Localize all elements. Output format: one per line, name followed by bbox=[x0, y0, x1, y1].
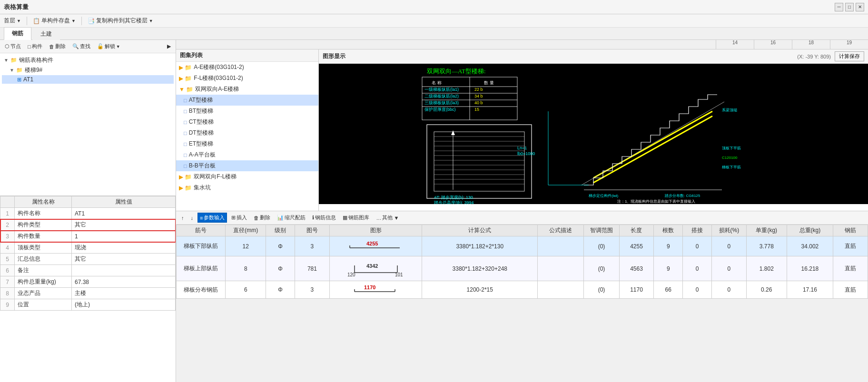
col-header-total-weight: 总重(kg) bbox=[787, 225, 833, 236]
atlas-tree-item[interactable]: □BT型楼梯 bbox=[176, 106, 318, 117]
delete-rebar-button[interactable]: 🗑 删除 bbox=[251, 213, 273, 223]
more-button[interactable]: ▶ bbox=[165, 42, 173, 50]
col-header-diameter: 直径(mm) bbox=[226, 225, 266, 236]
rebar-chart-button[interactable]: ▦ 钢筋图库 bbox=[340, 213, 372, 223]
tree-item-staircase[interactable]: ▼ 📁 楼梯9# bbox=[2, 65, 174, 75]
props-row-value[interactable]: 其它 bbox=[72, 219, 176, 231]
rebar-info-button[interactable]: ℹ 钢筋信息 bbox=[310, 213, 338, 223]
atlas-tree-item[interactable]: □DT型楼梯 bbox=[176, 127, 318, 138]
tree-panel: ▼ 📁 钢筋表格构件 ▼ 📁 楼梯9# ⊞ AT1 bbox=[0, 53, 176, 196]
floor-label: 首层 bbox=[4, 17, 15, 25]
rebar-grade: Φ bbox=[266, 256, 295, 281]
svg-text:顶板下平筋: 顶板下平筋 bbox=[722, 146, 741, 150]
props-row-value[interactable]: 1 bbox=[72, 231, 176, 242]
ruler-bar: 14 16 18 19 bbox=[176, 40, 868, 49]
find-button[interactable]: 🔍 查找 bbox=[70, 42, 92, 51]
tree-item-AT1[interactable]: ⊞ AT1 bbox=[2, 75, 174, 84]
atlas-item-label: F-L楼梯(03G101-2) bbox=[194, 74, 243, 82]
atlas-item-label: 双网双向F-L楼梯 bbox=[194, 173, 237, 181]
svg-text:踏步总高度(th): 3994: 踏步总高度(th): 3994 bbox=[434, 200, 474, 204]
rebar-筋号[interactable]: 梯板下部纵筋 bbox=[177, 236, 226, 256]
rebar-table-row: 梯板上部纵筋 8 Φ 781 120 4342 101 3380*1.182+3… bbox=[177, 256, 868, 281]
rebar-range: (0) bbox=[584, 256, 619, 281]
atlas-tree-item[interactable]: □AT型楼梯 bbox=[176, 95, 318, 106]
delete-button[interactable]: 🗑 删除 bbox=[47, 42, 68, 51]
props-row: 3 构件数量 1 bbox=[0, 231, 176, 242]
calc-save-button[interactable]: 计算保存 bbox=[835, 51, 864, 61]
unlock-button[interactable]: 🔓 解锁 ▼ bbox=[95, 42, 122, 51]
atlas-tree-item[interactable]: ▶ 📁集水坑 bbox=[176, 182, 318, 193]
rebar-count: 66 bbox=[654, 281, 683, 299]
rebar-筋号[interactable]: 梯板分布钢筋 bbox=[177, 281, 226, 299]
props-row-value[interactable]: 主楼 bbox=[72, 288, 176, 299]
props-row-value[interactable]: AT1 bbox=[72, 208, 176, 219]
other-dropdown-arrow: ▼ bbox=[394, 215, 399, 221]
props-row-value[interactable]: 67.38 bbox=[72, 276, 176, 288]
atlas-tree-item[interactable]: ▶ 📁双网双向F-L楼梯 bbox=[176, 171, 318, 182]
atlas-item-icon: □ bbox=[184, 163, 187, 169]
props-row: 8 业态产品 主楼 bbox=[0, 288, 176, 299]
svg-text:梯板下平筋: 梯板下平筋 bbox=[721, 165, 741, 169]
toolbar-separator-1 bbox=[27, 17, 27, 25]
rebar-table-row: 梯板下部纵筋 12 Φ 3 4255 3380*1.182+2*130 (0) … bbox=[177, 236, 868, 256]
props-col-no bbox=[0, 196, 15, 208]
ruler-18: 18 bbox=[792, 40, 830, 49]
rebar-筋号[interactable]: 梯板上部纵筋 bbox=[177, 256, 226, 281]
col-header-length: 长度 bbox=[619, 225, 654, 236]
props-row-no: 2 bbox=[0, 219, 15, 231]
params-input-button[interactable]: ≡ 参数输入 bbox=[197, 213, 227, 223]
rebar-count: 9 bbox=[654, 236, 683, 256]
atlas-item-label: A-A平台板 bbox=[189, 151, 216, 159]
right-top: 图集列表 ▶ 📁A-E楼梯(03G101-2)▶ 📁F-L楼梯(03G101-2… bbox=[176, 49, 868, 211]
minimize-button[interactable]: ─ bbox=[835, 3, 843, 11]
other-button[interactable]: … 其他 ▼ bbox=[374, 213, 401, 223]
tab-bar: 钢筋 土建 bbox=[0, 28, 868, 40]
drawing-coords: (X: -39 Y: 809) bbox=[797, 54, 831, 59]
find-icon: 🔍 bbox=[72, 43, 79, 49]
insert-button[interactable]: ⊞ 插入 bbox=[229, 213, 249, 223]
rebar-table-wrap: 筋号 直径(mm) 级别 图号 图形 计算公式 公式描述 智调范围 长度 根数 … bbox=[176, 225, 868, 382]
scale-button[interactable]: 📊 缩尺配筋 bbox=[275, 213, 308, 223]
nav-down-button[interactable]: ↓ bbox=[188, 214, 196, 222]
props-row-value[interactable]: 其它 bbox=[72, 254, 176, 265]
atlas-tree: ▶ 📁A-E楼梯(03G101-2)▶ 📁F-L楼梯(03G101-2)▼ 📁双… bbox=[176, 62, 318, 193]
atlas-tree-item[interactable]: □B-B平台板 bbox=[176, 160, 318, 171]
rebar-info-icon: ℹ bbox=[312, 215, 314, 221]
copy-component-button[interactable]: 📑 复制构件到其它楼层 ▼ bbox=[88, 17, 153, 25]
rebar-total-weight: 34.002 bbox=[787, 236, 833, 256]
col-header-图号: 图号 bbox=[295, 225, 330, 236]
props-row: 6 备注 bbox=[0, 265, 176, 276]
restore-button[interactable]: □ bbox=[845, 3, 854, 11]
rebar-type: 直筋 bbox=[833, 281, 868, 299]
drawing-area[interactable]: 双网双向—AT型楼梯: 名 称 数 量 一级梯板纵筋(la1) 22 b bbox=[319, 64, 868, 204]
props-row-value[interactable]: 现浇 bbox=[72, 242, 176, 254]
component-button[interactable]: □ 构件 bbox=[26, 42, 44, 51]
svg-text:梯步定位构件(bd): 梯步定位构件(bd) bbox=[588, 194, 619, 198]
nav-up-button[interactable]: ↑ bbox=[179, 214, 187, 222]
tree-item-root[interactable]: ▼ 📁 钢筋表格构件 bbox=[2, 55, 174, 65]
atlas-tree-item[interactable]: □CT型楼梯 bbox=[176, 117, 318, 127]
props-row-no: 5 bbox=[0, 254, 15, 265]
svg-text:101: 101 bbox=[395, 272, 403, 277]
props-row-value[interactable]: (地上) bbox=[72, 299, 176, 311]
col-header-unit-weight: 单重(kg) bbox=[746, 225, 787, 236]
folder-icon-staircase: 📁 bbox=[16, 67, 23, 73]
save-component-button[interactable]: 📋 单构件存盘 ▼ bbox=[33, 17, 76, 25]
atlas-tree-item[interactable]: □A-A平台板 bbox=[176, 149, 318, 160]
node-button[interactable]: ⬡ 节点 bbox=[3, 42, 23, 51]
props-row-name: 业态产品 bbox=[15, 288, 72, 299]
rebar-type: 直筋 bbox=[833, 236, 868, 256]
atlas-tree-item[interactable]: ▶ 📁A-E楼梯(03G101-2) bbox=[176, 62, 318, 73]
props-row-value[interactable] bbox=[72, 265, 176, 276]
rebar-desc bbox=[538, 281, 584, 299]
atlas-tree-item[interactable]: □ET型楼梯 bbox=[176, 138, 318, 149]
floor-selector[interactable]: 首层 ▼ bbox=[4, 17, 21, 25]
tab-soil[interactable]: 土建 bbox=[32, 28, 60, 40]
atlas-tree-item[interactable]: ▶ 📁F-L楼梯(03G101-2) bbox=[176, 73, 318, 84]
atlas-tree-item[interactable]: ▼ 📁双网双向A-E楼梯 bbox=[176, 84, 318, 95]
close-button[interactable]: ✕ bbox=[856, 3, 864, 11]
tab-rebar[interactable]: 钢筋 bbox=[4, 27, 31, 40]
atlas-item-label: BT型楼梯 bbox=[189, 107, 213, 115]
svg-text:4255: 4255 bbox=[366, 241, 378, 246]
rebar-length: 4563 bbox=[619, 256, 654, 281]
